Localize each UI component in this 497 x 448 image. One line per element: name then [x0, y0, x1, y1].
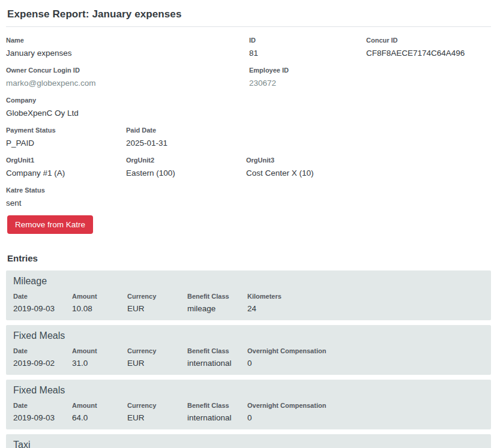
id-field: ID 81 — [249, 37, 366, 58]
entry-field: CurrencyEUR — [127, 347, 187, 368]
name-field-label: Name — [6, 37, 249, 44]
entry-field: Overnight Compensation0 — [247, 347, 326, 368]
entry-field-value: EUR — [127, 359, 187, 368]
entry-field-label: Date — [13, 402, 72, 409]
payment-status-field-label: Payment Status — [6, 127, 126, 134]
entry-field-label: Amount — [72, 293, 127, 300]
field-row: Name January expenses ID 81 Concur ID CF… — [6, 37, 491, 58]
entries-list: Mileage Date2019-09-03Amount10.08Currenc… — [6, 270, 491, 448]
katre-status-field-value: sent — [6, 199, 491, 208]
entry-field: CurrencyEUR — [127, 293, 187, 313]
entry-field-label: Currency — [127, 347, 187, 354]
orgunit3-field-value: Cost Center X (10) — [246, 169, 491, 178]
paid-date-field-value: 2025-01-31 — [126, 139, 491, 148]
company-field-label: Company — [6, 97, 491, 104]
orgunit3-field: OrgUnit3 Cost Center X (10) — [246, 157, 491, 178]
page-title: Expense Report: January expenses — [6, 5, 491, 26]
entry-field-value: international — [187, 413, 247, 422]
entry-field-label: Overnight Compensation — [247, 347, 326, 354]
company-field-value: GlobeXpenC Oy Ltd — [6, 109, 491, 118]
entry-field: Date2019-09-03 — [13, 293, 72, 313]
owner-login-field: Owner Concur Login ID marko@globexpenc.c… — [6, 67, 249, 88]
entry-field-label: Kilometers — [247, 293, 282, 300]
remove-from-katre-button[interactable]: Remove from Katre — [7, 215, 93, 234]
paid-date-field: Paid Date 2025-01-31 — [126, 127, 491, 148]
entry-field-value: mileage — [187, 304, 247, 313]
entry-title: Fixed Meals — [13, 330, 484, 341]
name-field: Name January expenses — [6, 37, 249, 58]
field-row: Company GlobeXpenC Oy Ltd — [6, 97, 491, 118]
orgunit1-field-value: Company #1 (A) — [6, 169, 126, 178]
entry-field: Amount31.0 — [72, 347, 127, 368]
entry-field-label: Benefit Class — [187, 402, 247, 409]
entry-field: Benefit Classinternational — [187, 347, 247, 368]
entry-field-label: Amount — [72, 347, 127, 354]
entries-heading: Entries — [7, 253, 491, 263]
entry-field-label: Currency — [127, 293, 187, 300]
orgunit1-field: OrgUnit1 Company #1 (A) — [6, 157, 126, 178]
entry-field-value: 31.0 — [72, 359, 127, 368]
orgunit2-field-label: OrgUnit2 — [126, 157, 246, 164]
entry-field-value: EUR — [127, 304, 187, 313]
employee-id-field: Employee ID 230672 — [249, 67, 491, 88]
title-divider — [6, 26, 491, 27]
payment-status-field-value: P_PAID — [6, 139, 126, 148]
entry-title: Taxi — [13, 440, 484, 448]
employee-id-field-label: Employee ID — [249, 67, 491, 74]
field-row: Payment Status P_PAID Paid Date 2025-01-… — [6, 127, 491, 148]
orgunit1-field-label: OrgUnit1 — [6, 157, 126, 164]
entry-field-label: Amount — [72, 402, 127, 409]
entry-field-value: 0 — [247, 413, 326, 422]
field-row: Katre Status sent — [6, 187, 491, 208]
entry-field-label: Currency — [127, 402, 187, 409]
owner-login-link[interactable]: marko@globexpenc.com — [6, 79, 249, 88]
entry-title: Mileage — [13, 276, 484, 287]
entry-field: Date2019-09-03 — [13, 402, 72, 422]
concur-id-field-value: CF8F8AECE7174C64A496 — [366, 49, 491, 58]
entry-fields: Date2019-09-03Amount10.08CurrencyEURBene… — [13, 293, 484, 313]
entry-card: Mileage Date2019-09-03Amount10.08Currenc… — [6, 270, 491, 320]
entry-field: Benefit Classinternational — [187, 402, 247, 422]
entry-field-value: 0 — [247, 359, 326, 368]
paid-date-field-label: Paid Date — [126, 127, 491, 134]
employee-id-link[interactable]: 230672 — [249, 79, 491, 88]
entry-field-value: 24 — [247, 304, 282, 313]
orgunit2-field: OrgUnit2 Eastern (100) — [126, 157, 246, 178]
entry-card: Taxi Date2019-09-03Amount500.0CurrencyEU… — [6, 434, 491, 448]
entry-field-label: Benefit Class — [187, 293, 247, 300]
entry-field: Amount10.08 — [72, 293, 127, 313]
entry-card: Fixed Meals Date2019-09-03Amount64.0Curr… — [6, 380, 491, 429]
katre-status-field: Katre Status sent — [6, 187, 491, 208]
field-row: OrgUnit1 Company #1 (A) OrgUnit2 Eastern… — [6, 157, 491, 178]
entry-field-value: EUR — [127, 413, 187, 422]
entry-card: Fixed Meals Date2019-09-02Amount31.0Curr… — [6, 325, 491, 375]
id-field-label: ID — [249, 37, 366, 44]
entry-field-value: 64.0 — [72, 413, 127, 422]
katre-status-field-label: Katre Status — [6, 187, 491, 194]
entry-field-value: 2019-09-03 — [13, 413, 72, 422]
entry-field-value: 2019-09-02 — [13, 359, 72, 368]
entry-field: Amount64.0 — [72, 402, 127, 422]
entry-field-label: Date — [13, 293, 72, 300]
entry-title: Fixed Meals — [13, 385, 484, 396]
entry-field: Kilometers24 — [247, 293, 282, 313]
owner-login-field-label: Owner Concur Login ID — [6, 67, 249, 74]
entry-field-label: Benefit Class — [187, 347, 247, 354]
entry-fields: Date2019-09-02Amount31.0CurrencyEURBenef… — [13, 347, 484, 368]
concur-id-field-label: Concur ID — [366, 37, 491, 44]
payment-status-field: Payment Status P_PAID — [6, 127, 126, 148]
orgunit2-field-value: Eastern (100) — [126, 169, 246, 178]
expense-report-page: Expense Report: January expenses Name Ja… — [0, 0, 497, 448]
entry-field: Overnight Compensation0 — [247, 402, 326, 422]
entry-field-value: 2019-09-03 — [13, 304, 72, 313]
entry-field: CurrencyEUR — [127, 402, 187, 422]
entry-field-value: international — [187, 359, 247, 368]
orgunit3-field-label: OrgUnit3 — [246, 157, 491, 164]
entry-field-label: Overnight Compensation — [247, 402, 326, 409]
id-field-value: 81 — [249, 49, 366, 58]
entry-field: Benefit Classmileage — [187, 293, 247, 313]
concur-id-field: Concur ID CF8F8AECE7174C64A496 — [366, 37, 491, 58]
field-row: Owner Concur Login ID marko@globexpenc.c… — [6, 67, 491, 88]
entry-field-value: 10.08 — [72, 304, 127, 313]
name-field-value: January expenses — [6, 49, 249, 58]
